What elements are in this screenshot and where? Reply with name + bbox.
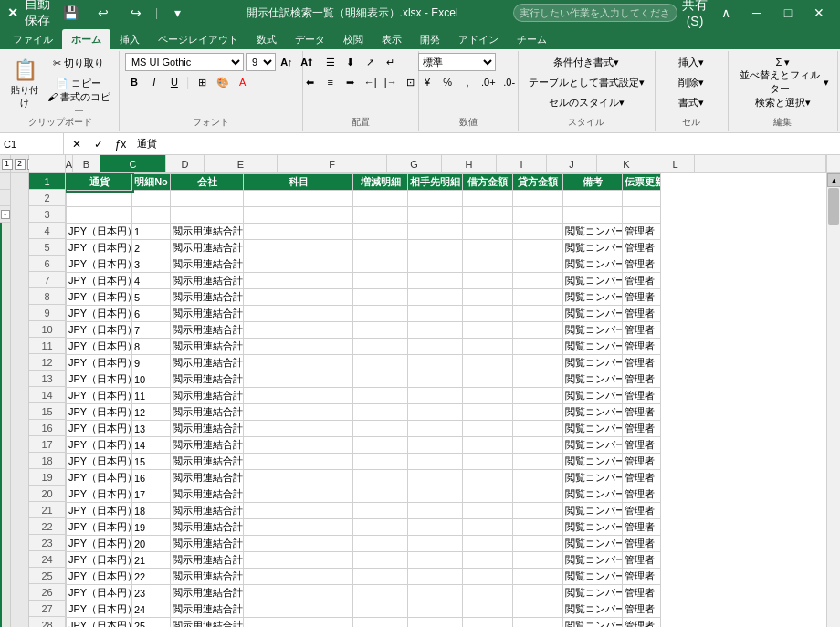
cell-E7[interactable]: 閲示用連結合計 [171, 273, 244, 289]
cell-E9[interactable]: 閲示用連結合計 [171, 306, 244, 322]
cell-H8[interactable] [408, 289, 463, 306]
cell-L17[interactable]: 管理者 [623, 437, 661, 454]
cell-C26[interactable]: JPY（日本円） [67, 585, 132, 601]
cell-F6[interactable] [244, 256, 353, 273]
cell-I14[interactable] [463, 388, 513, 404]
cell-D14[interactable]: 11 [132, 388, 171, 404]
cell-E5[interactable]: 閲示用連結合計 [171, 240, 244, 256]
cell-F9[interactable] [244, 306, 353, 322]
cell-F17[interactable] [244, 437, 353, 454]
cell-C24[interactable]: JPY（日本円） [67, 552, 132, 569]
cell-C18[interactable]: JPY（日本円） [67, 454, 132, 470]
cell-D24[interactable]: 21 [132, 552, 171, 569]
redo-button[interactable]: ↪ [122, 4, 150, 22]
cell-I2[interactable] [463, 191, 513, 207]
cell-L25[interactable]: 管理者 [623, 569, 661, 585]
row-num-4[interactable]: 4 [29, 223, 66, 239]
cell-K5[interactable]: 閲覧コンバート [563, 240, 623, 256]
cell-I28[interactable] [463, 618, 513, 628]
row-num-16[interactable]: 16 [29, 420, 66, 436]
cell-K26[interactable]: 閲覧コンバート [563, 585, 623, 601]
cell-D25[interactable]: 22 [132, 569, 171, 585]
cell-C28[interactable]: JPY（日本円） [67, 618, 132, 628]
cell-F7[interactable] [244, 273, 353, 289]
cell-H6[interactable] [408, 256, 463, 273]
cell-H21[interactable] [408, 503, 463, 519]
cell-K6[interactable]: 閲覧コンバート [563, 256, 623, 273]
cell-H25[interactable] [408, 569, 463, 585]
cell-L11[interactable]: 管理者 [623, 339, 661, 355]
cell-C20[interactable]: JPY（日本円） [67, 486, 132, 503]
cell-F26[interactable] [244, 585, 353, 601]
cell-G26[interactable] [353, 585, 408, 601]
cell-F1[interactable]: 科目 [244, 174, 353, 191]
comma-button[interactable]: , [458, 73, 477, 91]
cell-L28[interactable]: 管理者 [623, 618, 661, 628]
cell-K19[interactable]: 閲覧コンバート [563, 470, 623, 486]
cell-L24[interactable]: 管理者 [623, 552, 661, 569]
cell-F2[interactable] [244, 191, 353, 207]
cell-E1[interactable]: 会社 [171, 174, 244, 191]
cell-J3[interactable] [513, 207, 563, 224]
underline-button[interactable]: U [165, 73, 184, 91]
cell-D11[interactable]: 8 [132, 339, 171, 355]
cell-I1[interactable]: 借方金額 [463, 174, 513, 191]
col-header-I[interactable]: I [497, 155, 547, 173]
currency-button[interactable]: ¥ [418, 73, 436, 91]
cell-K16[interactable]: 閲覧コンバート [563, 421, 623, 437]
cell-I19[interactable] [463, 470, 513, 486]
col-header-H[interactable]: H [442, 155, 497, 173]
cell-K21[interactable]: 閲覧コンバート [563, 503, 623, 519]
cell-K13[interactable]: 閲覧コンバート [563, 371, 623, 388]
cell-G23[interactable] [353, 536, 408, 552]
cell-L13[interactable]: 管理者 [623, 371, 661, 388]
align-center-button[interactable]: ≡ [321, 73, 340, 91]
cell-H19[interactable] [408, 470, 463, 486]
col-header-J[interactable]: J [547, 155, 597, 173]
cell-K3[interactable] [563, 207, 623, 224]
cell-L8[interactable]: 管理者 [623, 289, 661, 306]
cell-L5[interactable]: 管理者 [623, 240, 661, 256]
cell-F25[interactable] [244, 569, 353, 585]
cell-E18[interactable]: 閲示用連結合計 [171, 454, 244, 470]
undo-button[interactable]: ↩ [89, 4, 117, 22]
cell-L19[interactable]: 管理者 [623, 470, 661, 486]
cell-C15[interactable]: JPY（日本円） [67, 404, 132, 421]
indent-increase-button[interactable]: |→ [382, 73, 400, 91]
cell-D21[interactable]: 18 [132, 503, 171, 519]
cell-G1[interactable]: 増減明細 [353, 174, 408, 191]
sort-filter-button[interactable]: 並べ替えとフィルター▾ [734, 73, 832, 91]
cell-G17[interactable] [353, 437, 408, 454]
cell-G2[interactable] [353, 191, 408, 207]
cell-C10[interactable]: JPY（日本円） [67, 322, 132, 339]
cell-F14[interactable] [244, 388, 353, 404]
font-size-increase-button[interactable]: A↑ [278, 53, 296, 71]
cell-I10[interactable] [463, 322, 513, 339]
row-num-23[interactable]: 23 [29, 535, 66, 551]
cell-C12[interactable]: JPY（日本円） [67, 355, 132, 371]
fill-color-button[interactable]: 🎨 [214, 73, 232, 91]
cell-E13[interactable]: 閲示用連結合計 [171, 371, 244, 388]
font-size-select[interactable]: 9 [246, 53, 276, 71]
row-num-1[interactable]: 1 [29, 173, 66, 190]
find-select-button[interactable]: 検索と選択▾ [734, 93, 832, 111]
cell-K4[interactable]: 閲覧コンバート [563, 224, 623, 240]
cell-K12[interactable]: 閲覧コンバート [563, 355, 623, 371]
cell-C19[interactable]: JPY（日本円） [67, 470, 132, 486]
row-num-5[interactable]: 5 [29, 239, 66, 256]
cell-D13[interactable]: 10 [132, 371, 171, 388]
cell-K28[interactable]: 閲覧コンバート [563, 618, 623, 628]
cell-L16[interactable]: 管理者 [623, 421, 661, 437]
cell-H27[interactable] [408, 601, 463, 618]
cell-K20[interactable]: 閲覧コンバート [563, 486, 623, 503]
cell-G21[interactable] [353, 503, 408, 519]
cell-I23[interactable] [463, 536, 513, 552]
cell-J4[interactable] [513, 224, 563, 240]
cell-K22[interactable]: 閲覧コンバート [563, 519, 623, 536]
cell-C3[interactable] [67, 207, 132, 224]
row-num-2[interactable]: 2 [29, 190, 66, 206]
cell-C17[interactable]: JPY（日本円） [67, 437, 132, 454]
cell-H5[interactable] [408, 240, 463, 256]
cell-E26[interactable]: 閲示用連結合計 [171, 585, 244, 601]
cell-K11[interactable]: 閲覧コンバート [563, 339, 623, 355]
